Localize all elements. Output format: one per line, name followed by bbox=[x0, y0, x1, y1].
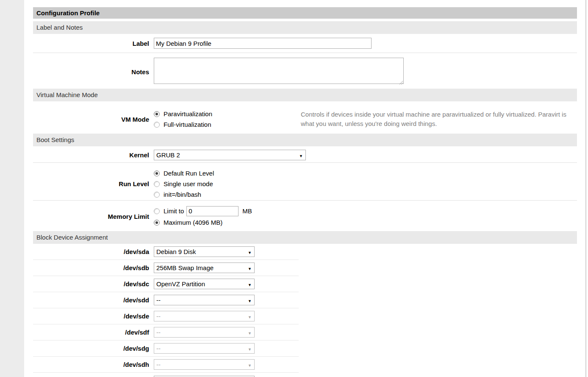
device-select-value: -- bbox=[156, 296, 161, 304]
configuration-profile-form: Configuration Profile Label and Notes La… bbox=[33, 7, 577, 377]
memory-limit-label: Memory Limit bbox=[33, 213, 149, 220]
device-select-sdb[interactable]: 256MB Swap Image bbox=[154, 263, 255, 273]
memory-unit-label: MB bbox=[242, 207, 252, 215]
radio-button-icon[interactable] bbox=[154, 220, 160, 226]
kernel-row: Kernel GRUB 2 bbox=[33, 146, 577, 163]
device-select-sdh: -- bbox=[154, 359, 255, 370]
dropdown-arrow-icon bbox=[248, 296, 252, 304]
device-select-sdg: -- bbox=[154, 343, 255, 354]
device-select-sda[interactable]: Debian 9 Disk bbox=[154, 246, 255, 257]
device-label: /dev/sdd bbox=[33, 296, 149, 304]
label-row: Label bbox=[33, 34, 577, 53]
device-label: /dev/sde bbox=[33, 313, 149, 320]
vm-mode-label: VM Mode bbox=[33, 116, 149, 123]
right-edge-border bbox=[585, 0, 586, 377]
run-level-row: Run Level Default Run Level Single user … bbox=[33, 163, 577, 201]
notes-row: Notes bbox=[33, 53, 577, 89]
device-select-sdf: -- bbox=[154, 327, 255, 338]
device-row-sda: /dev/sda Debian 9 Disk bbox=[33, 244, 299, 260]
radio-button-icon[interactable] bbox=[154, 170, 160, 176]
device-select-sdd[interactable]: -- bbox=[154, 295, 255, 305]
section-header-block-device-assignment: Block Device Assignment bbox=[33, 231, 577, 244]
initrd-select[interactable]: -- No initrd bbox=[154, 376, 255, 377]
option-label: Full-virtualization bbox=[164, 121, 211, 128]
block-device-table: /dev/sda Debian 9 Disk /dev/sdb 256MB Sw… bbox=[33, 244, 299, 377]
device-select-value: OpenVZ Partition bbox=[156, 280, 205, 288]
radio-button-icon[interactable] bbox=[154, 208, 160, 214]
option-label: Default Run Level bbox=[164, 170, 214, 177]
option-label: Maximum (4096 MB) bbox=[164, 219, 222, 226]
device-row-sdb: /dev/sdb 256MB Swap Image bbox=[33, 260, 299, 276]
device-row-initrd: initrd -- No initrd bbox=[33, 373, 299, 377]
section-header-boot-settings: Boot Settings bbox=[33, 134, 577, 146]
radio-button-icon[interactable] bbox=[154, 111, 160, 117]
section-header-label-and-notes: Label and Notes bbox=[33, 21, 577, 34]
device-label: /dev/sdc bbox=[33, 280, 149, 288]
device-row-sdh: /dev/sdh -- bbox=[33, 357, 299, 373]
option-label: init=/bin/bash bbox=[164, 191, 201, 198]
radio-button-icon[interactable] bbox=[154, 181, 160, 187]
device-row-sdc: /dev/sdc OpenVZ Partition bbox=[33, 276, 299, 292]
section-header-virtual-machine-mode: Virtual Machine Mode bbox=[33, 89, 577, 101]
dropdown-arrow-icon bbox=[248, 264, 252, 271]
label-input[interactable] bbox=[154, 38, 372, 49]
device-select-sde: -- bbox=[154, 311, 255, 321]
vm-mode-option-paravirtualization[interactable]: Paravirtualization bbox=[154, 109, 301, 119]
memory-limit-input[interactable] bbox=[186, 206, 239, 216]
device-row-sdd: /dev/sdd -- bbox=[33, 292, 299, 308]
device-select-value: -- bbox=[156, 329, 161, 336]
notes-textarea[interactable] bbox=[154, 58, 404, 84]
option-label: Paravirtualization bbox=[164, 110, 212, 117]
memory-limit-option-limit-to[interactable]: Limit to MB bbox=[154, 205, 252, 217]
vm-mode-option-full-virtualization[interactable]: Full-virtualization bbox=[154, 119, 301, 130]
device-label: /dev/sdh bbox=[33, 361, 149, 368]
device-select-value: -- bbox=[156, 361, 161, 368]
page-title: Configuration Profile bbox=[33, 7, 577, 19]
page-left-margin bbox=[0, 0, 24, 377]
radio-button-icon[interactable] bbox=[154, 192, 160, 198]
dropdown-arrow-icon bbox=[248, 361, 252, 368]
run-level-option-init-bin-bash[interactable]: init=/bin/bash bbox=[154, 189, 214, 200]
device-row-sde: /dev/sde -- bbox=[33, 308, 299, 324]
radio-button-icon[interactable] bbox=[154, 122, 160, 128]
vm-mode-row: VM Mode Paravirtualization Full-virtuali… bbox=[33, 101, 577, 134]
device-label: /dev/sdb bbox=[33, 264, 149, 271]
device-row-sdf: /dev/sdf -- bbox=[33, 324, 299, 341]
run-level-option-default[interactable]: Default Run Level bbox=[154, 168, 214, 179]
kernel-label: Kernel bbox=[33, 151, 149, 159]
dropdown-arrow-icon bbox=[248, 329, 252, 336]
dropdown-arrow-icon bbox=[248, 280, 252, 288]
device-select-value: Debian 9 Disk bbox=[156, 248, 196, 255]
device-select-value: -- bbox=[156, 313, 161, 320]
device-label: /dev/sdg bbox=[33, 345, 149, 352]
dropdown-arrow-icon bbox=[299, 151, 303, 159]
vm-mode-help-text: Controls if devices inside your virtual … bbox=[301, 110, 572, 128]
kernel-select-value: GRUB 2 bbox=[156, 151, 180, 159]
run-level-label: Run Level bbox=[33, 180, 149, 187]
device-row-sdg: /dev/sdg -- bbox=[33, 341, 299, 357]
notes-field-label: Notes bbox=[33, 68, 149, 75]
label-field-label: Label bbox=[33, 40, 149, 47]
dropdown-arrow-icon bbox=[248, 345, 252, 352]
device-label: /dev/sdf bbox=[33, 329, 149, 336]
device-select-sdc[interactable]: OpenVZ Partition bbox=[154, 279, 255, 289]
dropdown-arrow-icon bbox=[248, 313, 252, 320]
dropdown-arrow-icon bbox=[248, 248, 252, 255]
run-level-option-single-user[interactable]: Single user mode bbox=[154, 179, 214, 189]
memory-limit-row: Memory Limit Limit to MB Maximum (4096 M… bbox=[33, 201, 577, 231]
memory-limit-option-maximum[interactable]: Maximum (4096 MB) bbox=[154, 217, 252, 228]
device-select-value: -- bbox=[156, 345, 161, 352]
device-select-value: 256MB Swap Image bbox=[156, 264, 214, 271]
option-label: Limit to bbox=[164, 207, 184, 215]
kernel-select[interactable]: GRUB 2 bbox=[154, 150, 306, 160]
device-label: /dev/sda bbox=[33, 248, 149, 255]
option-label: Single user mode bbox=[164, 180, 213, 187]
